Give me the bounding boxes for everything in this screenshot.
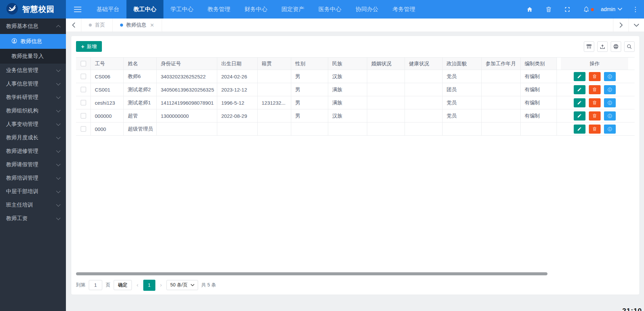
edit-button[interactable] bbox=[574, 98, 585, 107]
zoom-icon[interactable] bbox=[624, 41, 635, 52]
delete-button[interactable] bbox=[589, 72, 601, 81]
chevron-up-icon bbox=[56, 25, 61, 29]
next-page-icon[interactable]: › bbox=[159, 282, 163, 288]
select-all-checkbox[interactable] bbox=[81, 61, 86, 66]
page-size-value: 50 条/页 bbox=[170, 282, 187, 288]
confirm-button[interactable]: 确定 bbox=[114, 280, 132, 290]
info-button[interactable] bbox=[604, 111, 616, 120]
cell-id-card: 3405061396320256325 bbox=[157, 83, 217, 96]
topnav-item-collab-office[interactable]: 协同办公 bbox=[348, 0, 385, 19]
sidebar-group-monthly-growth[interactable]: 教师月度成长 bbox=[0, 131, 66, 144]
topnav-item-exam-mgmt[interactable]: 考务管理 bbox=[385, 0, 422, 19]
cell-establishment-type bbox=[521, 123, 557, 135]
sidebar-group-teacher-org[interactable]: 教师组织机构 bbox=[0, 104, 66, 117]
fullscreen-icon[interactable] bbox=[563, 5, 572, 14]
sidebar-section-teacher-basic-info[interactable]: 教师基本信息 bbox=[0, 19, 66, 34]
page-number-input[interactable] bbox=[89, 280, 102, 290]
sidebar-group-leave-mgmt[interactable]: 教师请假管理 bbox=[0, 158, 66, 171]
cell-name: 超管 bbox=[124, 109, 157, 122]
page-button[interactable]: 1 bbox=[143, 280, 155, 291]
user-menu[interactable]: admin bbox=[601, 6, 622, 12]
app-logo[interactable]: 智慧校园 bbox=[0, 0, 66, 19]
sidebar-group-training-mgmt[interactable]: 教师培训管理 bbox=[0, 171, 66, 185]
cell-ethnicity bbox=[328, 123, 367, 135]
row-checkbox[interactable] bbox=[81, 100, 86, 105]
tabs-scroll-right-button[interactable] bbox=[613, 19, 629, 32]
cell-name: 教师6 bbox=[124, 70, 157, 83]
row-checkbox[interactable] bbox=[81, 74, 86, 79]
table-row: ceshi123 测试老师1 1411241996098078901 1996-… bbox=[76, 96, 635, 109]
cell-birth-date: 1996-5-12 bbox=[217, 96, 258, 109]
cell-id-card: 3403202326252522 bbox=[157, 70, 217, 83]
cell-marital-status bbox=[367, 70, 405, 83]
topnav-item-base-platform[interactable]: 基础平台 bbox=[89, 0, 126, 19]
page-size-select[interactable]: 50 条/页 bbox=[166, 280, 198, 290]
edit-button[interactable] bbox=[574, 111, 585, 120]
username: admin bbox=[601, 6, 615, 12]
cell-name: 超级管理员 bbox=[124, 123, 157, 135]
edit-button[interactable] bbox=[574, 85, 585, 94]
cell-native-place bbox=[258, 70, 291, 83]
info-button[interactable] bbox=[604, 72, 616, 81]
edit-button[interactable] bbox=[574, 72, 585, 81]
cell-work-start-date bbox=[482, 123, 521, 135]
topnav-item-student-center[interactable]: 学工中心 bbox=[163, 0, 200, 19]
info-button[interactable] bbox=[604, 85, 616, 94]
columns-icon[interactable] bbox=[584, 41, 594, 52]
close-icon[interactable]: ✕ bbox=[150, 22, 154, 28]
cell-health-status bbox=[405, 96, 443, 109]
delete-button[interactable] bbox=[589, 111, 601, 120]
bell-icon[interactable] bbox=[582, 5, 591, 14]
cell-establishment-type: 有编制 bbox=[521, 83, 557, 96]
sidebar-group-business-info[interactable]: 业务信息管理 bbox=[0, 64, 66, 77]
horizontal-scrollbar[interactable] bbox=[76, 272, 547, 275]
header-birth-date: 出生日期 bbox=[217, 58, 258, 70]
sidebar-group-hr-info[interactable]: 人事信息管理 bbox=[0, 77, 66, 91]
row-checkbox[interactable] bbox=[81, 126, 86, 132]
delete-button[interactable] bbox=[589, 98, 601, 107]
topnav-item-staff-center[interactable]: 教工中心 bbox=[126, 0, 163, 19]
add-button[interactable]: + 新增 bbox=[76, 41, 102, 52]
cell-political-status: 党员 bbox=[443, 96, 482, 109]
topnav-item-fixed-assets[interactable]: 固定资产 bbox=[274, 0, 311, 19]
sidebar-item-label: 教师信息 bbox=[21, 38, 42, 45]
sidebar-group-cadre-training[interactable]: 中层干部培训 bbox=[0, 185, 66, 198]
cell-work-start-date bbox=[482, 96, 521, 109]
row-checkbox[interactable] bbox=[81, 113, 86, 118]
topnav-item-finance-center[interactable]: 财务中心 bbox=[237, 0, 274, 19]
sidebar-group-hr-changes[interactable]: 人事变动管理 bbox=[0, 117, 66, 131]
prev-page-icon[interactable]: ‹ bbox=[135, 282, 140, 288]
sidebar-group-further-training[interactable]: 教师进修管理 bbox=[0, 144, 66, 158]
sidebar-group-teaching-research[interactable]: 教学科研管理 bbox=[0, 91, 66, 104]
sidebar-group-headteacher-training[interactable]: 班主任培训 bbox=[0, 198, 66, 212]
cell-ethnicity: 满族 bbox=[328, 96, 367, 109]
sidebar-group-teacher-salary[interactable]: 教师工资 bbox=[0, 212, 66, 225]
topnav-item-academic-mgmt[interactable]: 教务管理 bbox=[200, 0, 237, 19]
tab-home[interactable]: 首页 bbox=[81, 19, 113, 32]
row-checkbox[interactable] bbox=[81, 87, 86, 92]
tabs-scroll-left-button[interactable] bbox=[66, 19, 81, 32]
edit-button[interactable] bbox=[574, 125, 585, 134]
topnav-item-medical-center[interactable]: 医务中心 bbox=[311, 0, 348, 19]
delete-button[interactable] bbox=[589, 125, 601, 134]
hamburger-icon[interactable] bbox=[66, 0, 89, 19]
tab-bar: 首页 教师信息 ✕ bbox=[66, 19, 644, 32]
sidebar-item-teacher-info[interactable]: 教师信息 bbox=[0, 34, 66, 49]
export-icon[interactable] bbox=[597, 41, 608, 52]
cell-political-status bbox=[443, 123, 482, 135]
trash-icon[interactable] bbox=[544, 5, 553, 14]
cell-establishment-type: 有编制 bbox=[521, 70, 557, 83]
cell-gender: 男 bbox=[291, 83, 328, 96]
content-area: + 新增 bbox=[66, 32, 644, 311]
tab-teacher-info[interactable]: 教师信息 ✕ bbox=[113, 19, 162, 32]
sidebar-item-teacher-batch-import[interactable]: 教师批量导入 bbox=[0, 49, 66, 64]
home-icon[interactable] bbox=[525, 5, 534, 14]
info-button[interactable] bbox=[604, 98, 616, 107]
tabs-menu-button[interactable] bbox=[629, 19, 644, 32]
chevron-down-icon bbox=[56, 68, 61, 72]
print-icon[interactable] bbox=[611, 41, 621, 52]
delete-button[interactable] bbox=[589, 85, 601, 94]
header-health-status: 健康状况 bbox=[405, 58, 443, 70]
more-icon[interactable]: ⋮ bbox=[632, 6, 639, 12]
info-button[interactable] bbox=[604, 125, 616, 134]
